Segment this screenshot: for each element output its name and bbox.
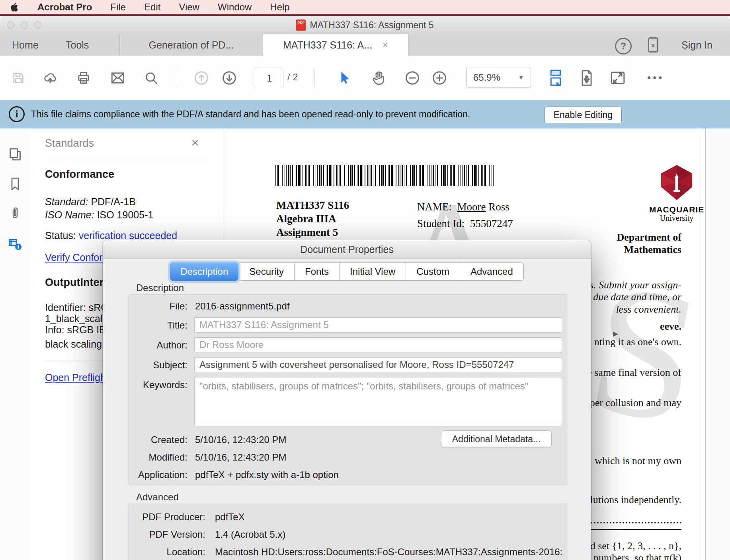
rule-line [585,529,681,530]
identifier-line-3: Info: sRGB IE [45,324,106,336]
panel-divider [45,360,104,360]
doc-tab-math337[interactable]: MATH337 S116: A... × [263,34,408,56]
identifier-line-4: black scaling [45,338,102,350]
pdf-text-fragment: s. Submit your assign- [589,279,681,291]
tab-custom[interactable]: Custom [406,263,460,280]
page-number-input[interactable] [254,68,285,89]
zoom-level-dropdown[interactable]: 65.9% ▼ [466,68,531,88]
enable-editing-button[interactable]: Enable Editing [545,107,622,123]
pdf-text-fragment: eeve. [660,321,681,332]
additional-metadata-button[interactable]: Additional Metadata... [441,430,552,448]
pdf-text-fragment: due date and time, or [593,291,681,303]
subject-input[interactable] [194,357,562,372]
identifier-line-2: 1_black_scale [45,313,108,325]
close-tab-icon[interactable]: × [383,39,388,51]
title-input[interactable] [194,317,562,332]
title-label: Title: [119,320,187,331]
logo-name: MACQUARIE [645,205,709,214]
search-icon[interactable] [140,67,162,89]
main-toolbar: / 2 65.9% ▼ [0,56,730,101]
tab-fonts[interactable]: Fonts [294,263,339,280]
more-tools-icon[interactable]: ••• [647,72,664,84]
select-tool-icon[interactable] [334,67,356,89]
output-intent-heading: OutputInter [45,276,103,289]
zoom-out-icon[interactable] [401,67,424,89]
pdf-version-value: 1.4 (Acrobat 5.x) [215,529,285,540]
course-code: MATH337 S116 [276,198,349,212]
cloud-upload-icon[interactable] [39,67,61,89]
keywords-input[interactable]: "orbits, stabilisers, groups of matrices… [194,377,562,426]
apple-menu-icon[interactable] [10,2,19,12]
macquarie-shield-icon [660,164,693,201]
email-icon[interactable] [107,67,129,89]
fullscreen-icon[interactable] [607,67,629,89]
iso-line: ISO Name: ISO 19005-1 [45,209,153,221]
help-icon[interactable]: ? [615,38,632,54]
location-value: Macintosh HD:Users:ross:Documents:FoS-Co… [215,546,562,558]
verify-conformance-link[interactable]: Verify Conform [45,252,111,263]
standards-panel-icon[interactable] [7,236,23,253]
page-total-label: / 2 [287,72,298,83]
mobile-device-icon[interactable]: x [648,37,658,52]
modified-value: 5/10/16, 12:43:20 PM [195,452,287,463]
save-icon[interactable] [7,67,29,89]
toolbar-separator [314,68,315,88]
created-value: 5/10/16, 12:43:20 PM [195,434,287,445]
tab-home[interactable]: Home [12,34,39,56]
pdf-version-label: PDF Version: [119,529,205,540]
application-label: Application: [119,469,187,480]
file-value: 2016-assignment5.pdf [195,301,290,312]
author-input[interactable] [194,337,562,352]
doc-tab-generation[interactable]: Generation of PD... [119,34,263,56]
standard-line: Standard: PDF/A-1B [45,196,136,208]
course-block: MATH337 S116 Algebra IIIA Assignment 5 [276,198,349,239]
sign-in-button[interactable]: Sign In [681,34,712,56]
attachments-icon[interactable] [7,205,23,222]
tab-description[interactable]: Description [170,262,238,281]
screen: Acrobat Pro File Edit View Window Help P… [0,0,730,560]
student-name-line: NAME: Moore Ross [417,201,509,213]
dialog-tab-control: Description Security Fonts Initial View … [170,262,524,281]
subject-label: Subject: [119,360,187,371]
pane-toggle-arrow[interactable]: ▸ [613,327,618,340]
window-titlebar: PDF MATH337 S116: Assignment 5 [0,16,730,35]
dialog-title: Document Properties [300,244,394,255]
menu-help[interactable]: Help [270,2,289,13]
tab-initial-view[interactable]: Initial View [339,263,406,280]
assignment-title: Assignment 5 [276,226,349,239]
page-thumbnails-icon[interactable] [7,146,23,163]
document-properties-dialog: Document Properties Description Security… [103,240,591,560]
menu-window[interactable]: Window [218,2,252,13]
menu-file[interactable]: File [110,2,126,13]
menu-view[interactable]: View [179,2,199,13]
advanced-section-label: Advanced [136,492,179,503]
menubar-app-name[interactable]: Acrobat Pro [37,2,92,13]
previous-page-icon[interactable] [190,67,213,89]
pdf-text-fragment: less convenient. [616,303,681,315]
open-preflight-link[interactable]: Open Prefligh [45,372,106,383]
next-page-icon[interactable] [218,67,240,89]
print-icon[interactable] [72,67,95,89]
menu-edit[interactable]: Edit [144,2,160,13]
tab-advanced[interactable]: Advanced [460,263,523,280]
dialog-titlebar[interactable]: Document Properties [103,240,591,259]
pdf-text-fragment: nting it as one's own. [594,336,681,348]
tab-tools[interactable]: Tools [66,34,89,56]
bookmarks-icon[interactable] [7,175,23,192]
course-name: Algebra IIIA [276,212,349,226]
fit-width-icon[interactable] [576,67,598,89]
hand-tool-icon[interactable] [367,67,389,89]
nav-tabbar: Home Tools Generation of PD... MATH337 S… [0,34,730,56]
panel-divider [45,162,208,162]
pdf-text-fragment: red set {1, 2, 3, . . . , n}, [582,540,681,552]
close-panel-icon[interactable]: × [191,136,199,149]
status-line: Status: verification succeeded [45,230,177,241]
scrolling-mode-icon[interactable] [545,67,567,89]
zoom-in-icon[interactable] [428,67,451,89]
pdf-text-fragment: per collusion and may [590,397,681,409]
notice-message: This file claims compliance with the PDF… [31,100,470,128]
identifier-line-1: Identifier: sRG [45,302,109,313]
tab-security[interactable]: Security [238,263,294,280]
macos-menubar: Acrobat Pro File Edit View Window Help [0,0,730,14]
pdf-text-fragment: e same final version of [587,367,681,379]
